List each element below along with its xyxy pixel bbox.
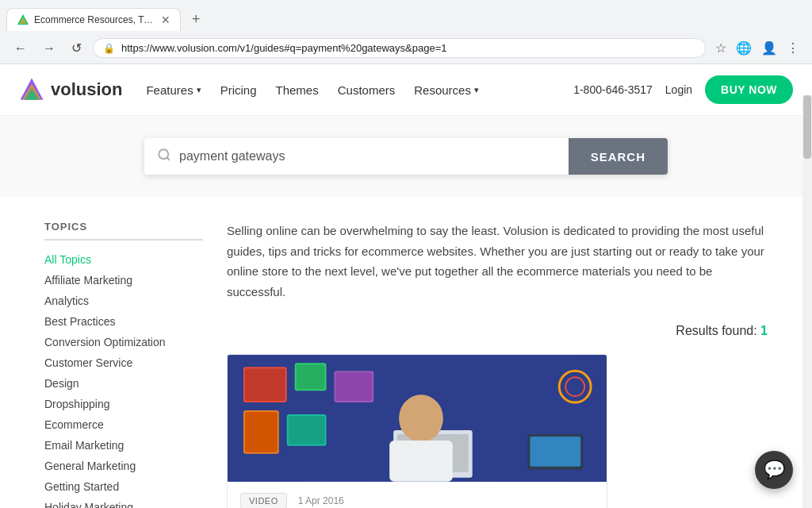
logo-icon	[19, 77, 44, 102]
search-container: SEARCH	[144, 138, 668, 175]
svg-rect-17	[289, 416, 325, 444]
search-input-wrapper	[144, 138, 569, 175]
sidebar-nav: All Topics Affiliate Marketing Analytics…	[44, 250, 203, 508]
browser-toolbar: ← → ↺ 🔒 https://www.volusion.com/v1/guid…	[0, 33, 812, 64]
scrollbar-area[interactable]	[802, 95, 812, 508]
svg-rect-21	[389, 441, 453, 482]
sidebar-link-getting-started[interactable]: Getting Started	[44, 477, 203, 496]
results-found: Results found: 1	[227, 324, 768, 338]
sidebar-link-conversion-optimization[interactable]: Conversion Optimization	[44, 333, 203, 352]
menu-button[interactable]: ⋮	[783, 37, 802, 59]
sidebar: TOPICS All Topics Affiliate Marketing An…	[44, 221, 203, 508]
chat-widget[interactable]: 💬	[755, 451, 793, 489]
address-bar[interactable]: 🔒 https://www.volusion.com/v1/guides#q=p…	[93, 38, 706, 58]
sidebar-link-all-topics[interactable]: All Topics	[44, 250, 203, 269]
sidebar-link-design[interactable]: Design	[44, 374, 203, 393]
translate-icon[interactable]: 🌐	[733, 37, 755, 59]
sidebar-link-general-marketing[interactable]: General Marketing	[44, 456, 203, 475]
nav-links: Features ▾ Pricing Themes Customers Reso…	[146, 83, 573, 97]
back-button[interactable]: ←	[10, 38, 32, 59]
logo-link[interactable]: volusion	[19, 77, 122, 102]
sidebar-link-dropshipping[interactable]: Dropshipping	[44, 394, 203, 414]
customers-nav-link[interactable]: Customers	[338, 83, 396, 97]
buy-now-button[interactable]: BUY NOW	[705, 75, 793, 104]
forward-button[interactable]: →	[38, 38, 60, 59]
article-image	[228, 355, 607, 482]
scrollbar-thumb[interactable]	[803, 95, 811, 159]
login-link[interactable]: Login	[665, 83, 692, 96]
svg-rect-23	[530, 437, 580, 467]
url-text: https://www.volusion.com/v1/guides#q=pay…	[121, 42, 695, 54]
svg-point-5	[159, 149, 168, 159]
chat-icon: 💬	[764, 460, 785, 480]
svg-line-6	[167, 157, 169, 160]
article-meta: VIDEO 1 Apr 2016	[228, 482, 607, 508]
resources-nav-link[interactable]: Resources ▾	[414, 83, 479, 97]
tab-title: Ecommerce Resources, Traini…	[34, 14, 156, 25]
browser-tab-active[interactable]: Ecommerce Resources, Traini… ✕	[6, 8, 181, 31]
svg-rect-9	[245, 368, 285, 401]
phone-number: 1-800-646-3517	[573, 83, 653, 96]
article-card[interactable]: VIDEO 1 Apr 2016 Preparing to Accept Pay…	[227, 354, 607, 508]
results-label: Results found:	[676, 324, 756, 337]
bookmark-button[interactable]: ☆	[712, 37, 730, 59]
browser-tab-bar: Ecommerce Resources, Traini… ✕ +	[0, 0, 812, 33]
themes-nav-link[interactable]: Themes	[276, 83, 319, 97]
refresh-button[interactable]: ↺	[67, 37, 86, 59]
profile-icon[interactable]: 👤	[758, 37, 780, 59]
sidebar-link-best-practices[interactable]: Best Practices	[44, 312, 203, 331]
pricing-nav-link[interactable]: Pricing	[220, 83, 257, 97]
article-type-badge: VIDEO	[240, 493, 287, 508]
article-image-svg	[228, 355, 607, 482]
browser-toolbar-icons: ☆ 🌐 👤 ⋮	[712, 37, 802, 59]
tab-close-button[interactable]: ✕	[161, 13, 170, 26]
article-date: 1 Apr 2016	[298, 495, 344, 506]
svg-point-20	[399, 394, 443, 442]
intro-text: Selling online can be overwhelming to sa…	[227, 221, 768, 302]
chevron-down-icon-resources: ▾	[474, 85, 479, 95]
logo-text: volusion	[51, 79, 122, 100]
sidebar-link-email-marketing[interactable]: Email Marketing	[44, 436, 203, 455]
chevron-down-icon: ▾	[197, 85, 201, 95]
main-content: TOPICS All Topics Affiliate Marketing An…	[25, 197, 787, 508]
sidebar-link-analytics[interactable]: Analytics	[44, 291, 203, 310]
sidebar-link-ecommerce[interactable]: Ecommerce	[44, 415, 203, 434]
site-nav: volusion Features ▾ Pricing Themes Custo…	[0, 64, 812, 116]
sidebar-link-holiday-marketing[interactable]: Holiday Marketing	[44, 498, 203, 508]
topics-label: TOPICS	[44, 221, 203, 241]
svg-rect-13	[335, 372, 372, 401]
content-area: Selling online can be overwhelming to sa…	[227, 221, 768, 508]
features-nav-link[interactable]: Features ▾	[146, 83, 201, 97]
browser-chrome: Ecommerce Resources, Traini… ✕ + ← → ↺ 🔒…	[0, 0, 812, 64]
nav-right: 1-800-646-3517 Login BUY NOW	[573, 75, 793, 104]
search-section: SEARCH	[0, 116, 812, 197]
sidebar-link-customer-service[interactable]: Customer Service	[44, 353, 203, 372]
svg-rect-11	[297, 364, 325, 389]
search-input[interactable]	[179, 138, 556, 175]
results-count: 1	[760, 324, 768, 337]
svg-rect-15	[245, 412, 278, 452]
sidebar-link-affiliate-marketing[interactable]: Affiliate Marketing	[44, 271, 203, 290]
tab-favicon	[17, 13, 29, 26]
new-tab-button[interactable]: +	[184, 6, 209, 33]
search-icon	[157, 148, 171, 166]
search-button[interactable]: SEARCH	[569, 138, 668, 175]
lock-icon: 🔒	[103, 43, 115, 54]
